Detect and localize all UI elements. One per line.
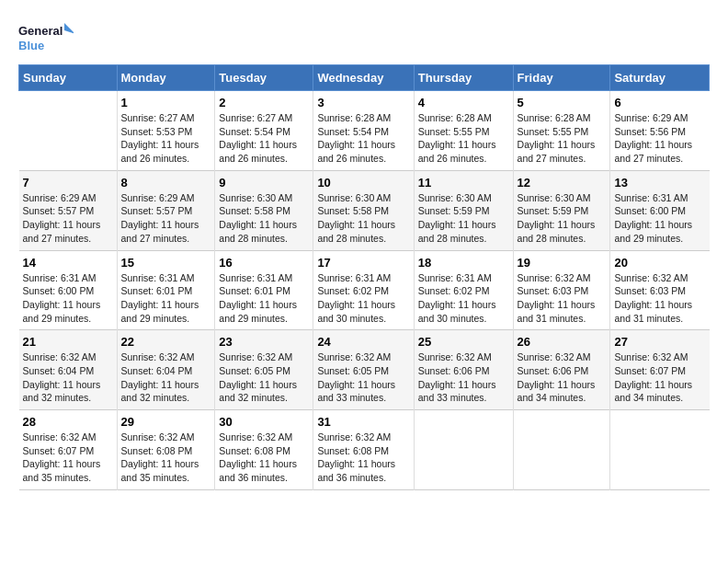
day-info: Sunrise: 6:32 AM Sunset: 6:04 PM Dayligh… — [121, 350, 211, 405]
svg-text:Blue: Blue — [18, 39, 44, 52]
day-info: Sunrise: 6:32 AM Sunset: 6:08 PM Dayligh… — [121, 431, 211, 485]
day-info: Sunrise: 6:31 AM Sunset: 6:00 PM Dayligh… — [614, 191, 705, 246]
calendar-cell: 12Sunrise: 6:30 AM Sunset: 5:59 PM Dayli… — [513, 170, 610, 250]
day-info: Sunrise: 6:30 AM Sunset: 5:58 PM Dayligh… — [219, 191, 309, 246]
day-info: Sunrise: 6:30 AM Sunset: 5:58 PM Dayligh… — [317, 191, 409, 246]
calendar-cell — [610, 410, 710, 490]
calendar-cell: 26Sunrise: 6:32 AM Sunset: 6:06 PM Dayli… — [513, 330, 610, 410]
calendar-cell: 13Sunrise: 6:31 AM Sunset: 6:00 PM Dayli… — [610, 170, 710, 250]
day-info: Sunrise: 6:31 AM Sunset: 6:01 PM Dayligh… — [121, 271, 211, 326]
calendar-cell — [513, 410, 610, 490]
calendar-cell: 17Sunrise: 6:31 AM Sunset: 6:02 PM Dayli… — [313, 250, 414, 330]
calendar-cell: 7Sunrise: 6:29 AM Sunset: 5:57 PM Daylig… — [19, 170, 118, 250]
day-number: 2 — [219, 96, 309, 109]
day-number: 21 — [23, 335, 113, 349]
day-info: Sunrise: 6:32 AM Sunset: 6:06 PM Dayligh… — [518, 350, 607, 405]
day-info: Sunrise: 6:32 AM Sunset: 6:04 PM Dayligh… — [23, 350, 113, 405]
calendar-week-row: 21Sunrise: 6:32 AM Sunset: 6:04 PM Dayli… — [19, 330, 710, 410]
calendar-cell: 4Sunrise: 6:28 AM Sunset: 5:55 PM Daylig… — [414, 91, 513, 171]
day-info: Sunrise: 6:32 AM Sunset: 6:03 PM Dayligh… — [614, 271, 705, 326]
page-header: General Blue — [18, 18, 710, 55]
day-number: 8 — [121, 176, 211, 190]
logo-svg: General Blue — [18, 18, 74, 55]
day-number: 12 — [518, 176, 607, 190]
day-info: Sunrise: 6:32 AM Sunset: 6:07 PM Dayligh… — [23, 431, 113, 485]
day-number: 22 — [121, 335, 211, 349]
weekday-header: Thursday — [414, 65, 513, 91]
day-info: Sunrise: 6:28 AM Sunset: 5:55 PM Dayligh… — [518, 111, 607, 166]
calendar-cell: 18Sunrise: 6:31 AM Sunset: 6:02 PM Dayli… — [414, 250, 513, 330]
calendar-cell: 20Sunrise: 6:32 AM Sunset: 6:03 PM Dayli… — [610, 250, 710, 330]
day-info: Sunrise: 6:32 AM Sunset: 6:06 PM Dayligh… — [418, 350, 509, 405]
day-info: Sunrise: 6:27 AM Sunset: 5:53 PM Dayligh… — [121, 111, 211, 166]
day-info: Sunrise: 6:32 AM Sunset: 6:05 PM Dayligh… — [219, 350, 309, 405]
day-info: Sunrise: 6:32 AM Sunset: 6:08 PM Dayligh… — [317, 431, 409, 485]
day-number: 5 — [518, 96, 607, 109]
calendar-cell: 5Sunrise: 6:28 AM Sunset: 5:55 PM Daylig… — [513, 91, 610, 171]
day-number: 17 — [317, 256, 409, 270]
day-info: Sunrise: 6:27 AM Sunset: 5:54 PM Dayligh… — [219, 111, 309, 166]
calendar-cell: 16Sunrise: 6:31 AM Sunset: 6:01 PM Dayli… — [215, 250, 313, 330]
day-info: Sunrise: 6:31 AM Sunset: 6:01 PM Dayligh… — [219, 271, 309, 326]
day-number: 27 — [614, 335, 705, 349]
day-number: 9 — [219, 176, 309, 190]
calendar-cell: 25Sunrise: 6:32 AM Sunset: 6:06 PM Dayli… — [414, 330, 513, 410]
calendar-cell: 2Sunrise: 6:27 AM Sunset: 5:54 PM Daylig… — [215, 91, 313, 171]
calendar-cell: 11Sunrise: 6:30 AM Sunset: 5:59 PM Dayli… — [414, 170, 513, 250]
calendar-cell — [414, 410, 513, 490]
calendar-cell: 31Sunrise: 6:32 AM Sunset: 6:08 PM Dayli… — [313, 410, 414, 490]
day-info: Sunrise: 6:31 AM Sunset: 6:02 PM Dayligh… — [317, 271, 409, 326]
calendar-cell: 21Sunrise: 6:32 AM Sunset: 6:04 PM Dayli… — [19, 330, 118, 410]
day-info: Sunrise: 6:32 AM Sunset: 6:03 PM Dayligh… — [518, 271, 607, 326]
calendar-cell: 10Sunrise: 6:30 AM Sunset: 5:58 PM Dayli… — [313, 170, 414, 250]
svg-marker-2 — [64, 23, 74, 34]
day-number: 11 — [418, 176, 509, 190]
day-number: 13 — [614, 176, 705, 190]
calendar-cell: 28Sunrise: 6:32 AM Sunset: 6:07 PM Dayli… — [19, 410, 118, 490]
day-number: 18 — [418, 256, 509, 270]
day-info: Sunrise: 6:28 AM Sunset: 5:54 PM Dayligh… — [317, 111, 409, 166]
day-info: Sunrise: 6:29 AM Sunset: 5:57 PM Dayligh… — [121, 191, 211, 246]
day-info: Sunrise: 6:29 AM Sunset: 5:56 PM Dayligh… — [614, 111, 705, 166]
day-number: 31 — [317, 415, 409, 429]
svg-text:General: General — [18, 24, 63, 38]
day-info: Sunrise: 6:30 AM Sunset: 5:59 PM Dayligh… — [418, 191, 509, 246]
day-info: Sunrise: 6:31 AM Sunset: 6:00 PM Dayligh… — [23, 271, 113, 326]
weekday-header: Sunday — [19, 65, 118, 91]
day-number: 24 — [317, 335, 409, 349]
day-number: 20 — [614, 256, 705, 270]
day-number: 10 — [317, 176, 409, 190]
day-info: Sunrise: 6:28 AM Sunset: 5:55 PM Dayligh… — [418, 111, 509, 166]
day-info: Sunrise: 6:32 AM Sunset: 6:05 PM Dayligh… — [317, 350, 409, 405]
day-number: 15 — [121, 256, 211, 270]
weekday-header: Monday — [117, 65, 215, 91]
calendar-cell: 14Sunrise: 6:31 AM Sunset: 6:00 PM Dayli… — [19, 250, 118, 330]
calendar-cell: 1Sunrise: 6:27 AM Sunset: 5:53 PM Daylig… — [117, 91, 215, 171]
calendar-cell: 6Sunrise: 6:29 AM Sunset: 5:56 PM Daylig… — [610, 91, 710, 171]
calendar-cell: 15Sunrise: 6:31 AM Sunset: 6:01 PM Dayli… — [117, 250, 215, 330]
calendar-cell: 27Sunrise: 6:32 AM Sunset: 6:07 PM Dayli… — [610, 330, 710, 410]
weekday-header: Saturday — [610, 65, 710, 91]
day-number: 1 — [121, 96, 211, 109]
calendar-cell: 9Sunrise: 6:30 AM Sunset: 5:58 PM Daylig… — [215, 170, 313, 250]
day-info: Sunrise: 6:32 AM Sunset: 6:08 PM Dayligh… — [219, 431, 309, 485]
day-number: 29 — [121, 415, 211, 429]
day-number: 28 — [23, 415, 113, 429]
calendar-week-row: 1Sunrise: 6:27 AM Sunset: 5:53 PM Daylig… — [19, 91, 710, 171]
day-info: Sunrise: 6:31 AM Sunset: 6:02 PM Dayligh… — [418, 271, 509, 326]
calendar-table: SundayMondayTuesdayWednesdayThursdayFrid… — [18, 64, 710, 490]
day-number: 6 — [614, 96, 705, 109]
day-number: 3 — [317, 96, 409, 109]
day-number: 25 — [418, 335, 509, 349]
day-number: 30 — [219, 415, 309, 429]
day-info: Sunrise: 6:30 AM Sunset: 5:59 PM Dayligh… — [518, 191, 607, 246]
weekday-header: Friday — [513, 65, 610, 91]
calendar-cell: 24Sunrise: 6:32 AM Sunset: 6:05 PM Dayli… — [313, 330, 414, 410]
logo: General Blue — [18, 18, 74, 55]
day-number: 14 — [23, 256, 113, 270]
weekday-header: Wednesday — [313, 65, 414, 91]
day-info: Sunrise: 6:32 AM Sunset: 6:07 PM Dayligh… — [614, 350, 705, 405]
calendar-cell: 8Sunrise: 6:29 AM Sunset: 5:57 PM Daylig… — [117, 170, 215, 250]
calendar-cell: 22Sunrise: 6:32 AM Sunset: 6:04 PM Dayli… — [117, 330, 215, 410]
calendar-cell: 30Sunrise: 6:32 AM Sunset: 6:08 PM Dayli… — [215, 410, 313, 490]
